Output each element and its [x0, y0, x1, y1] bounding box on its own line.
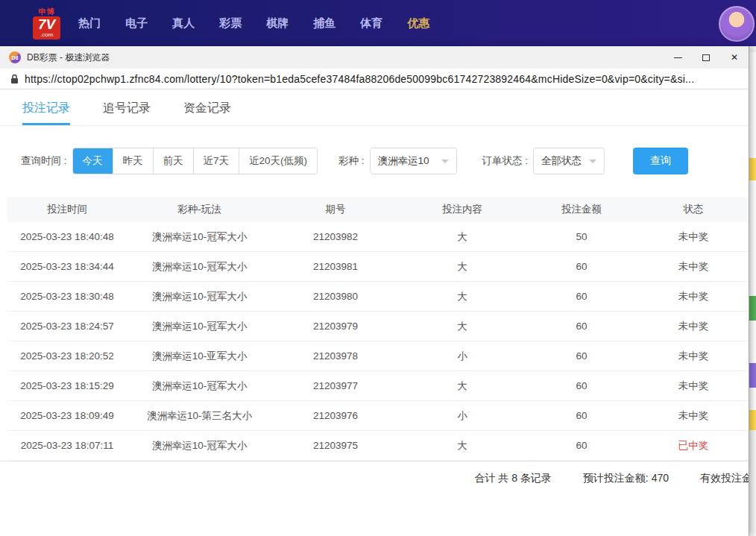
browser-window: D8 DB彩票 - 极速浏览器 ✕ https://ctop02pchwp1.z… — [0, 46, 749, 536]
time-filter-group: 今天昨天前天近7天近20天(低频) — [72, 148, 318, 174]
logo-box: 7V .com — [33, 16, 60, 40]
game-cell: 澳洲幸运10-第三名大小 — [127, 409, 272, 423]
game-cell: 澳洲幸运10-冠军大小 — [127, 290, 272, 303]
site-nav-items: 热门电子真人彩票棋牌捕鱼体育优惠 — [78, 16, 429, 31]
content-cell: 小 — [399, 350, 526, 363]
lottery-records-page: 投注记录 追号记录 资金记录 查询时间 : 今天昨天前天近7天近20天(低频) … — [0, 89, 749, 496]
site-logo[interactable]: 申博 7V .com — [33, 7, 60, 40]
bet-records-table: 投注时间彩种-玩法期号投注内容投注金额状态 2025-03-23 18:40:4… — [7, 197, 749, 461]
issue-cell: 21203980 — [272, 291, 399, 302]
status-cell: 未中奖 — [637, 350, 749, 363]
table-row: 2025-03-23 18:15:29澳洲幸运10-冠军大小21203977大6… — [7, 371, 749, 401]
time-filter-option-4[interactable]: 近20天(低频) — [239, 148, 317, 174]
nav-item-5[interactable]: 捕鱼 — [313, 16, 336, 31]
maximize-button[interactable] — [692, 46, 720, 69]
table-row: 2025-03-23 18:30:48澳洲幸运10-冠军大小21203980大6… — [7, 282, 749, 312]
status-cell: 未中奖 — [637, 379, 749, 393]
nav-item-6[interactable]: 体育 — [360, 16, 382, 31]
game-cell: 澳洲幸运10-冠军大小 — [127, 260, 272, 274]
time-filter-label: 查询时间 : — [21, 154, 67, 168]
tab-bet-records[interactable]: 投注记录 — [22, 89, 70, 125]
time-filter-option-1[interactable]: 昨天 — [113, 148, 153, 174]
tab-fund-records[interactable]: 资金记录 — [183, 89, 231, 125]
time-filter-option-0[interactable]: 今天 — [73, 148, 113, 174]
table-row: 2025-03-23 18:20:52澳洲幸运10-亚军大小21203978小6… — [7, 341, 749, 371]
table-body: 2025-03-23 18:40:48澳洲幸运10-冠军大小21203982大5… — [7, 222, 749, 461]
logo-brand-text: 申博 — [33, 7, 60, 16]
table-header-row: 投注时间彩种-玩法期号投注内容投注金额状态 — [7, 197, 749, 222]
order-status-value: 全部状态 — [541, 154, 582, 168]
time-cell: 2025-03-23 18:24:57 — [7, 321, 127, 332]
close-icon: ✕ — [731, 53, 738, 62]
window-controls: ✕ — [664, 46, 749, 69]
table-row: 2025-03-23 18:09:49澳洲幸运10-第三名大小21203976小… — [7, 401, 749, 431]
status-cell: 未中奖 — [637, 409, 749, 423]
amount-cell: 60 — [526, 350, 637, 362]
issue-cell: 21203981 — [272, 261, 399, 272]
user-avatar[interactable] — [719, 6, 755, 42]
url-text: https://ctop02pchwp1.zfnc84.com/lottery/… — [25, 73, 694, 85]
valid-amount-text: 有效投注金额 — [700, 472, 749, 485]
search-button[interactable]: 查询 — [633, 148, 688, 174]
amount-cell: 60 — [526, 261, 637, 272]
logo-main-text: 7V — [38, 17, 55, 31]
browser-addressbar[interactable]: https://ctop02pchwp1.zfnc84.com/lottery/… — [0, 69, 749, 89]
content-cell: 大 — [399, 260, 526, 274]
nav-item-0[interactable]: 热门 — [78, 16, 101, 31]
time-cell: 2025-03-23 18:15:29 — [7, 380, 127, 391]
column-header-4: 投注金额 — [526, 203, 637, 216]
nav-item-3[interactable]: 彩票 — [219, 16, 242, 31]
column-header-0: 投注时间 — [7, 203, 127, 216]
game-cell: 澳洲幸运10-冠军大小 — [127, 439, 272, 453]
time-cell: 2025-03-23 18:07:11 — [7, 440, 127, 451]
game-cell: 澳洲幸运10-冠军大小 — [127, 230, 272, 244]
close-button[interactable]: ✕ — [720, 46, 749, 69]
content-cell: 小 — [399, 409, 526, 423]
minimize-icon — [674, 57, 682, 58]
table-row: 2025-03-23 18:40:48澳洲幸运10-冠军大小21203982大5… — [7, 222, 749, 252]
issue-cell: 21203979 — [272, 321, 399, 332]
game-cell: 澳洲幸运10-亚军大小 — [127, 350, 272, 363]
nav-item-1[interactable]: 电子 — [125, 16, 148, 31]
issue-cell: 21203976 — [272, 410, 399, 421]
content-cell: 大 — [399, 320, 526, 333]
order-status-label: 订单状态 : — [482, 154, 529, 168]
column-header-3: 投注内容 — [399, 203, 526, 216]
table-row: 2025-03-23 18:07:11澳洲幸运10-冠军大小21203975大6… — [7, 431, 749, 461]
amount-cell: 60 — [526, 440, 637, 451]
status-cell: 未中奖 — [637, 290, 749, 303]
amount-cell: 60 — [526, 410, 637, 421]
time-filter-option-3[interactable]: 近7天 — [193, 148, 239, 174]
tab-chase-records[interactable]: 追号记录 — [103, 89, 151, 125]
summary-bar: 合计 共 8 条记录 预计投注金额: 470 有效投注金额 — [0, 461, 749, 496]
browser-titlebar[interactable]: D8 DB彩票 - 极速浏览器 ✕ — [0, 46, 749, 69]
time-cell: 2025-03-23 18:34:44 — [7, 261, 127, 272]
game-cell: 澳洲幸运10-冠军大小 — [127, 320, 272, 333]
content-cell: 大 — [399, 290, 526, 303]
expected-amount-text: 预计投注金额: 470 — [583, 472, 669, 485]
amount-cell: 60 — [526, 321, 637, 332]
content-cell: 大 — [399, 439, 526, 453]
status-cell: 未中奖 — [637, 320, 749, 333]
background-page-sliver — [749, 46, 756, 536]
amount-cell: 60 — [526, 291, 637, 302]
column-header-2: 期号 — [272, 203, 399, 216]
lottery-filter-label: 彩种 : — [338, 154, 365, 168]
order-status-select[interactable]: 全部状态 — [533, 148, 605, 174]
nav-item-2[interactable]: 真人 — [172, 16, 195, 31]
nav-item-4[interactable]: 棋牌 — [266, 16, 289, 31]
lottery-select[interactable]: 澳洲幸运10 — [370, 148, 457, 174]
maximize-icon — [702, 54, 710, 61]
time-cell: 2025-03-23 18:40:48 — [7, 231, 127, 242]
minimize-button[interactable] — [664, 46, 692, 69]
content-cell: 大 — [399, 379, 526, 393]
time-cell: 2025-03-23 18:09:49 — [7, 410, 127, 421]
status-cell: 已中奖 — [637, 439, 749, 453]
site-top-nav: 申博 7V .com 热门电子真人彩票棋牌捕鱼体育优惠 — [0, 0, 756, 46]
time-filter-option-2[interactable]: 前天 — [153, 148, 193, 174]
nav-item-7[interactable]: 优惠 — [407, 16, 429, 31]
filter-bar: 查询时间 : 今天昨天前天近7天近20天(低频) 彩种 : 澳洲幸运10 订单状… — [21, 148, 749, 174]
logo-sub-text: .com — [38, 31, 55, 38]
game-cell: 澳洲幸运10-冠军大小 — [127, 379, 272, 393]
status-cell: 未中奖 — [637, 230, 749, 244]
